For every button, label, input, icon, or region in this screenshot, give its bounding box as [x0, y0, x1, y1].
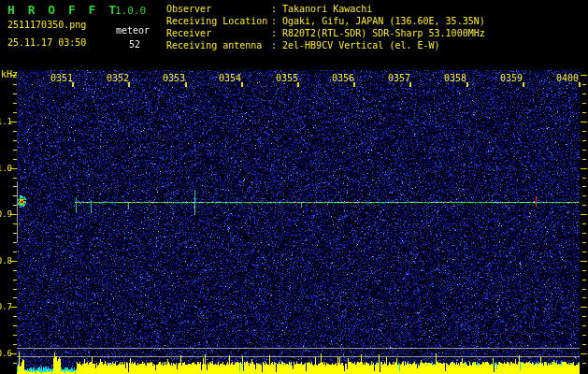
time-label-0351: 0351: [50, 73, 73, 83]
freq-label-0.6: 0.6: [0, 349, 12, 358]
info-row-receiver: Receiver:R820T2(RTL-SDR) SDR-Sharp 53.10…: [166, 27, 485, 39]
time-label-0356: 0356: [332, 73, 354, 83]
info-separator: :: [271, 3, 282, 15]
time-label-0359: 0359: [500, 73, 523, 83]
info-label: Receiving antenna: [166, 39, 271, 51]
time-label-0354: 0354: [219, 73, 241, 83]
info-value: R820T2(RTL-SDR) SDR-Sharp 53.1000MHz: [282, 28, 485, 38]
freq-unit-label: kHz: [1, 69, 18, 79]
info-row-location: Receiving Location:Ogaki, Gifu, JAPAN (1…: [166, 15, 485, 27]
spectrogram-canvas: [0, 0, 588, 374]
info-value: 2el-HB9CV Vertical (el. E-W): [282, 40, 440, 50]
time-label-0357: 0357: [388, 73, 410, 83]
output-filename: 2511170350.png: [7, 20, 86, 30]
meteor-count: 52: [129, 39, 140, 50]
freq-label-0.8: 0.8: [0, 256, 12, 266]
info-separator: :: [271, 39, 282, 51]
info-value: Takanori Kawachi: [282, 4, 372, 14]
time-label-0358: 0358: [444, 73, 466, 83]
freq-label-0.9: 0.9: [0, 209, 12, 219]
time-label-0355: 0355: [276, 73, 298, 83]
freq-label-0.7: 0.7: [0, 302, 12, 311]
hrofft-screen: H R O F F T 1.0.0 2511170350.png meteor …: [0, 0, 588, 374]
time-label-0400: 0400: [556, 73, 579, 83]
info-separator: :: [271, 27, 282, 39]
mode-label: meteor: [116, 25, 150, 36]
info-label: Receiving Location: [166, 15, 271, 27]
freq-label-1.1: 1.1: [0, 117, 12, 126]
info-row-antenna: Receiving antenna:2el-HB9CV Vertical (el…: [166, 39, 485, 51]
info-row-observer: Observer:Takanori Kawachi: [166, 3, 485, 15]
info-value: Ogaki, Gifu, JAPAN (136.60E, 35.35N): [282, 16, 485, 26]
info-separator: :: [271, 15, 282, 27]
freq-label-1.0: 1.0: [0, 164, 12, 173]
app-version: 1.0.0: [115, 5, 146, 17]
info-label: Receiver: [166, 27, 271, 39]
time-label-0353: 0353: [163, 73, 185, 83]
app-title: H R O F F T: [7, 3, 119, 17]
time-label-0352: 0352: [107, 73, 129, 83]
info-label: Observer: [166, 3, 271, 15]
frame-datetime: 25.11.17 03:50: [7, 37, 86, 48]
station-info: Observer:Takanori Kawachi Receiving Loca…: [166, 3, 485, 51]
